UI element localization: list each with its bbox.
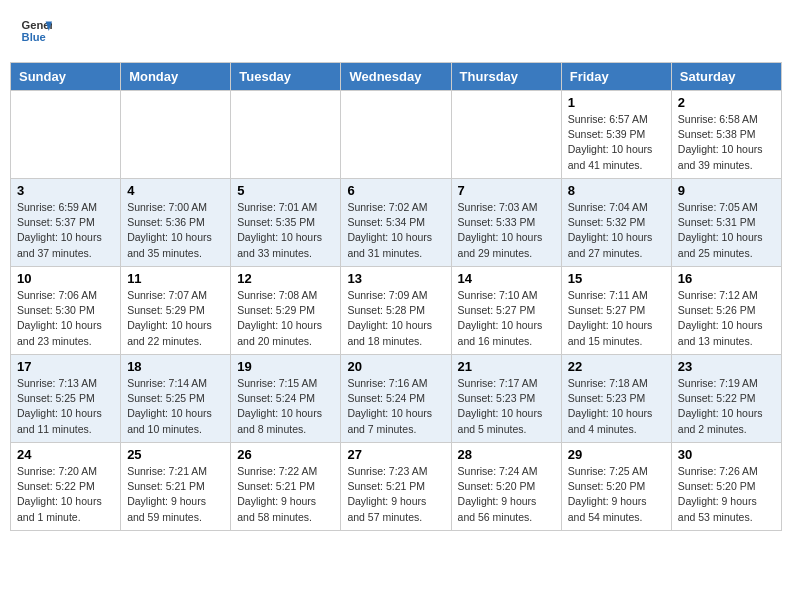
header: General Blue (10, 10, 782, 52)
calendar-cell: 22Sunrise: 7:18 AM Sunset: 5:23 PM Dayli… (561, 355, 671, 443)
day-number: 30 (678, 447, 775, 462)
day-number: 13 (347, 271, 444, 286)
calendar-cell: 13Sunrise: 7:09 AM Sunset: 5:28 PM Dayli… (341, 267, 451, 355)
day-number: 16 (678, 271, 775, 286)
logo: General Blue (20, 15, 52, 47)
weekday-header: Sunday (11, 63, 121, 91)
day-info: Sunrise: 7:10 AM Sunset: 5:27 PM Dayligh… (458, 288, 555, 349)
calendar-table: SundayMondayTuesdayWednesdayThursdayFrid… (10, 62, 782, 531)
day-number: 3 (17, 183, 114, 198)
day-number: 9 (678, 183, 775, 198)
day-number: 7 (458, 183, 555, 198)
calendar-week-row: 17Sunrise: 7:13 AM Sunset: 5:25 PM Dayli… (11, 355, 782, 443)
calendar-cell: 15Sunrise: 7:11 AM Sunset: 5:27 PM Dayli… (561, 267, 671, 355)
day-number: 20 (347, 359, 444, 374)
day-info: Sunrise: 7:01 AM Sunset: 5:35 PM Dayligh… (237, 200, 334, 261)
day-info: Sunrise: 7:14 AM Sunset: 5:25 PM Dayligh… (127, 376, 224, 437)
day-number: 4 (127, 183, 224, 198)
calendar-cell: 17Sunrise: 7:13 AM Sunset: 5:25 PM Dayli… (11, 355, 121, 443)
day-info: Sunrise: 7:04 AM Sunset: 5:32 PM Dayligh… (568, 200, 665, 261)
calendar-week-row: 24Sunrise: 7:20 AM Sunset: 5:22 PM Dayli… (11, 443, 782, 531)
calendar-cell (121, 91, 231, 179)
weekday-header: Saturday (671, 63, 781, 91)
day-number: 24 (17, 447, 114, 462)
day-info: Sunrise: 7:25 AM Sunset: 5:20 PM Dayligh… (568, 464, 665, 525)
day-number: 12 (237, 271, 334, 286)
weekday-header: Tuesday (231, 63, 341, 91)
day-info: Sunrise: 7:12 AM Sunset: 5:26 PM Dayligh… (678, 288, 775, 349)
day-number: 26 (237, 447, 334, 462)
day-number: 22 (568, 359, 665, 374)
day-number: 21 (458, 359, 555, 374)
calendar-cell (11, 91, 121, 179)
day-info: Sunrise: 7:07 AM Sunset: 5:29 PM Dayligh… (127, 288, 224, 349)
svg-text:Blue: Blue (22, 31, 46, 43)
calendar-cell: 5Sunrise: 7:01 AM Sunset: 5:35 PM Daylig… (231, 179, 341, 267)
calendar-cell: 25Sunrise: 7:21 AM Sunset: 5:21 PM Dayli… (121, 443, 231, 531)
calendar-cell: 4Sunrise: 7:00 AM Sunset: 5:36 PM Daylig… (121, 179, 231, 267)
calendar-cell: 30Sunrise: 7:26 AM Sunset: 5:20 PM Dayli… (671, 443, 781, 531)
day-info: Sunrise: 7:00 AM Sunset: 5:36 PM Dayligh… (127, 200, 224, 261)
day-number: 18 (127, 359, 224, 374)
calendar-cell: 28Sunrise: 7:24 AM Sunset: 5:20 PM Dayli… (451, 443, 561, 531)
day-number: 14 (458, 271, 555, 286)
calendar-cell: 19Sunrise: 7:15 AM Sunset: 5:24 PM Dayli… (231, 355, 341, 443)
calendar-cell: 26Sunrise: 7:22 AM Sunset: 5:21 PM Dayli… (231, 443, 341, 531)
day-number: 17 (17, 359, 114, 374)
weekday-header: Wednesday (341, 63, 451, 91)
calendar-cell: 2Sunrise: 6:58 AM Sunset: 5:38 PM Daylig… (671, 91, 781, 179)
day-info: Sunrise: 7:26 AM Sunset: 5:20 PM Dayligh… (678, 464, 775, 525)
weekday-header-row: SundayMondayTuesdayWednesdayThursdayFrid… (11, 63, 782, 91)
calendar-week-row: 10Sunrise: 7:06 AM Sunset: 5:30 PM Dayli… (11, 267, 782, 355)
day-number: 10 (17, 271, 114, 286)
day-info: Sunrise: 7:05 AM Sunset: 5:31 PM Dayligh… (678, 200, 775, 261)
day-info: Sunrise: 7:09 AM Sunset: 5:28 PM Dayligh… (347, 288, 444, 349)
calendar-cell: 3Sunrise: 6:59 AM Sunset: 5:37 PM Daylig… (11, 179, 121, 267)
day-info: Sunrise: 7:02 AM Sunset: 5:34 PM Dayligh… (347, 200, 444, 261)
day-info: Sunrise: 6:59 AM Sunset: 5:37 PM Dayligh… (17, 200, 114, 261)
day-number: 1 (568, 95, 665, 110)
weekday-header: Friday (561, 63, 671, 91)
logo-icon: General Blue (20, 15, 52, 47)
calendar-cell (231, 91, 341, 179)
day-info: Sunrise: 7:21 AM Sunset: 5:21 PM Dayligh… (127, 464, 224, 525)
day-number: 19 (237, 359, 334, 374)
calendar-week-row: 3Sunrise: 6:59 AM Sunset: 5:37 PM Daylig… (11, 179, 782, 267)
calendar-cell: 9Sunrise: 7:05 AM Sunset: 5:31 PM Daylig… (671, 179, 781, 267)
calendar-cell: 12Sunrise: 7:08 AM Sunset: 5:29 PM Dayli… (231, 267, 341, 355)
calendar-cell: 20Sunrise: 7:16 AM Sunset: 5:24 PM Dayli… (341, 355, 451, 443)
weekday-header: Monday (121, 63, 231, 91)
day-number: 2 (678, 95, 775, 110)
day-info: Sunrise: 6:58 AM Sunset: 5:38 PM Dayligh… (678, 112, 775, 173)
day-info: Sunrise: 7:24 AM Sunset: 5:20 PM Dayligh… (458, 464, 555, 525)
day-number: 29 (568, 447, 665, 462)
calendar-cell: 27Sunrise: 7:23 AM Sunset: 5:21 PM Dayli… (341, 443, 451, 531)
day-info: Sunrise: 7:13 AM Sunset: 5:25 PM Dayligh… (17, 376, 114, 437)
day-number: 27 (347, 447, 444, 462)
calendar-cell: 14Sunrise: 7:10 AM Sunset: 5:27 PM Dayli… (451, 267, 561, 355)
weekday-header: Thursday (451, 63, 561, 91)
calendar-cell (451, 91, 561, 179)
day-info: Sunrise: 7:16 AM Sunset: 5:24 PM Dayligh… (347, 376, 444, 437)
calendar-cell: 10Sunrise: 7:06 AM Sunset: 5:30 PM Dayli… (11, 267, 121, 355)
calendar-week-row: 1Sunrise: 6:57 AM Sunset: 5:39 PM Daylig… (11, 91, 782, 179)
day-info: Sunrise: 7:17 AM Sunset: 5:23 PM Dayligh… (458, 376, 555, 437)
day-info: Sunrise: 6:57 AM Sunset: 5:39 PM Dayligh… (568, 112, 665, 173)
day-info: Sunrise: 7:11 AM Sunset: 5:27 PM Dayligh… (568, 288, 665, 349)
day-info: Sunrise: 7:20 AM Sunset: 5:22 PM Dayligh… (17, 464, 114, 525)
day-info: Sunrise: 7:15 AM Sunset: 5:24 PM Dayligh… (237, 376, 334, 437)
calendar-cell: 11Sunrise: 7:07 AM Sunset: 5:29 PM Dayli… (121, 267, 231, 355)
calendar-cell: 1Sunrise: 6:57 AM Sunset: 5:39 PM Daylig… (561, 91, 671, 179)
calendar-cell: 29Sunrise: 7:25 AM Sunset: 5:20 PM Dayli… (561, 443, 671, 531)
calendar-cell: 23Sunrise: 7:19 AM Sunset: 5:22 PM Dayli… (671, 355, 781, 443)
day-info: Sunrise: 7:22 AM Sunset: 5:21 PM Dayligh… (237, 464, 334, 525)
day-number: 11 (127, 271, 224, 286)
day-number: 5 (237, 183, 334, 198)
day-info: Sunrise: 7:06 AM Sunset: 5:30 PM Dayligh… (17, 288, 114, 349)
calendar-cell: 7Sunrise: 7:03 AM Sunset: 5:33 PM Daylig… (451, 179, 561, 267)
day-info: Sunrise: 7:19 AM Sunset: 5:22 PM Dayligh… (678, 376, 775, 437)
calendar-cell (341, 91, 451, 179)
day-info: Sunrise: 7:18 AM Sunset: 5:23 PM Dayligh… (568, 376, 665, 437)
calendar-cell: 21Sunrise: 7:17 AM Sunset: 5:23 PM Dayli… (451, 355, 561, 443)
calendar-cell: 8Sunrise: 7:04 AM Sunset: 5:32 PM Daylig… (561, 179, 671, 267)
